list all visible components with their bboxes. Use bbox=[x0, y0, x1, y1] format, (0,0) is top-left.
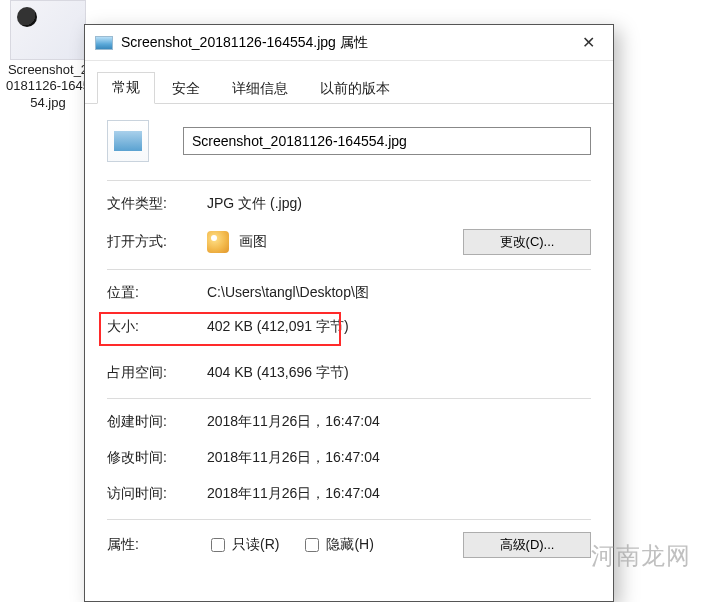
label-location: 位置: bbox=[107, 284, 207, 302]
label-size: 大小: bbox=[107, 318, 207, 336]
thumbnail-caption: Screenshot_20181126-164554.jpg bbox=[6, 62, 90, 111]
properties-dialog: Screenshot_20181126-164554.jpg 属性 ✕ 常规 安… bbox=[84, 24, 614, 602]
value-accessed: 2018年11月26日，16:47:04 bbox=[207, 485, 591, 503]
label-modified: 修改时间: bbox=[107, 449, 207, 467]
tab-general[interactable]: 常规 bbox=[97, 72, 155, 104]
separator bbox=[107, 398, 591, 399]
label-created: 创建时间: bbox=[107, 413, 207, 431]
tab-details[interactable]: 详细信息 bbox=[217, 73, 303, 104]
label-accessed: 访问时间: bbox=[107, 485, 207, 503]
paint-app-icon bbox=[207, 231, 229, 253]
value-created: 2018年11月26日，16:47:04 bbox=[207, 413, 591, 431]
tab-previous-versions[interactable]: 以前的版本 bbox=[305, 73, 405, 104]
separator bbox=[107, 180, 591, 181]
tab-strip: 常规 安全 详细信息 以前的版本 bbox=[85, 61, 613, 104]
thumbnail-image bbox=[10, 0, 86, 60]
label-size-on-disk: 占用空间: bbox=[107, 364, 207, 382]
titlebar-file-icon bbox=[95, 36, 113, 50]
checkbox-readonly[interactable]: 只读(R) bbox=[207, 535, 279, 555]
checkbox-hidden-label: 隐藏(H) bbox=[326, 536, 373, 554]
checkbox-hidden-input[interactable] bbox=[305, 538, 319, 552]
close-button[interactable]: ✕ bbox=[565, 27, 611, 59]
filename-input[interactable] bbox=[183, 127, 591, 155]
change-app-button[interactable]: 更改(C)... bbox=[463, 229, 591, 255]
checkbox-readonly-input[interactable] bbox=[211, 538, 225, 552]
label-filetype: 文件类型: bbox=[107, 195, 207, 213]
desktop-file-thumb[interactable]: Screenshot_20181126-164554.jpg bbox=[6, 0, 90, 111]
value-size: 402 KB (412,091 字节) bbox=[207, 318, 591, 336]
value-filetype: JPG 文件 (.jpg) bbox=[207, 195, 591, 213]
checkbox-readonly-label: 只读(R) bbox=[232, 536, 279, 554]
dialog-title: Screenshot_20181126-164554.jpg 属性 bbox=[121, 34, 565, 52]
separator bbox=[107, 269, 591, 270]
label-openwith: 打开方式: bbox=[107, 233, 207, 251]
titlebar: Screenshot_20181126-164554.jpg 属性 ✕ bbox=[85, 25, 613, 61]
label-attributes: 属性: bbox=[107, 536, 207, 554]
checkbox-hidden[interactable]: 隐藏(H) bbox=[301, 535, 373, 555]
value-modified: 2018年11月26日，16:47:04 bbox=[207, 449, 591, 467]
advanced-button[interactable]: 高级(D)... bbox=[463, 532, 591, 558]
separator bbox=[107, 519, 591, 520]
value-size-on-disk: 404 KB (413,696 字节) bbox=[207, 364, 591, 382]
value-openwith: 画图 bbox=[239, 233, 267, 251]
file-type-icon bbox=[107, 120, 149, 162]
value-location: C:\Users\tangl\Desktop\图 bbox=[207, 284, 591, 302]
close-icon: ✕ bbox=[582, 33, 595, 52]
tab-content-general: 文件类型: JPG 文件 (.jpg) 打开方式: 画图 更改(C)... 位置… bbox=[85, 104, 613, 601]
tab-security[interactable]: 安全 bbox=[157, 73, 215, 104]
